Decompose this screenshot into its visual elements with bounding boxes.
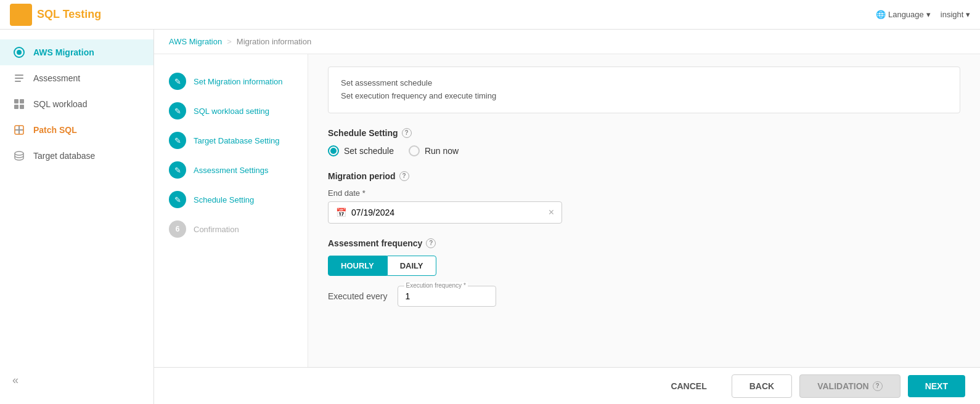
sidebar-item-target-database[interactable]: Target database (0, 143, 153, 169)
svg-rect-5 (15, 75, 23, 76)
footer: CANCEL BACK VALIDATION ? NEXT (154, 367, 980, 404)
info-line2: Set execution frequency and execute timi… (341, 90, 947, 103)
step-icon-5: ✎ (169, 191, 186, 208)
sidebar-item-label: Assessment (33, 73, 80, 83)
execution-frequency-field-name: Execution frequency * (404, 282, 468, 289)
step-label-1: Set Migration information (194, 77, 283, 86)
language-label: Language (888, 10, 924, 19)
sidebar-item-label: AWS Migration (33, 47, 94, 57)
sidebar-item-assessment[interactable]: Assessment (0, 65, 153, 91)
svg-rect-6 (15, 78, 23, 79)
step-icon-1: ✎ (169, 73, 186, 90)
executed-every-label: Executed every (328, 291, 388, 301)
sidebar-collapse-button[interactable]: « (0, 366, 153, 394)
cancel-button[interactable]: CANCEL (653, 375, 724, 397)
step-label-3: Target Database Setting (194, 136, 279, 145)
clear-date-button[interactable]: × (549, 207, 554, 218)
end-date-input-wrap: 📅 × (328, 201, 562, 224)
step-item-5[interactable]: ✎ Schedule Setting (154, 185, 308, 214)
step-icon-3: ✎ (169, 132, 186, 149)
collapse-icon: « (12, 374, 18, 386)
end-date-label: End date * (328, 188, 960, 198)
migration-period-title: Migration period ? (328, 171, 960, 181)
execution-frequency-wrap: Execution frequency * (398, 286, 496, 307)
app-logo (10, 4, 32, 26)
execution-frequency-input[interactable] (406, 291, 488, 301)
migration-period-section: Migration period ? End date * 📅 × (328, 171, 960, 224)
svg-point-4 (17, 50, 22, 55)
content-area: ✎ Set Migration information ✎ SQL worklo… (154, 54, 980, 367)
patch-sql-icon (12, 123, 26, 137)
svg-rect-0 (14, 7, 20, 14)
step-icon-4: ✎ (169, 161, 186, 179)
header-right: 🌐 Language ▾ insight ▾ (876, 10, 970, 19)
radio-set-schedule[interactable]: Set schedule (328, 145, 394, 156)
schedule-radio-group: Set schedule Run now (328, 145, 960, 156)
step-label-6: Confirmation (194, 225, 239, 234)
freq-tab-daily[interactable]: DAILY (387, 256, 436, 276)
step-item-6[interactable]: 6 Confirmation (154, 214, 308, 244)
radio-run-now-label: Run now (425, 146, 459, 156)
app-title: SQL Testing (37, 8, 101, 21)
assessment-icon (12, 71, 26, 85)
info-box: Set assessment schedule Set execution fr… (328, 67, 960, 113)
radio-set-schedule-label: Set schedule (344, 146, 394, 156)
assessment-frequency-section: Assessment frequency ? HOURLY DAILY Exec… (328, 238, 960, 307)
chevron-down-icon: ▾ (966, 10, 970, 19)
main-layout: AWS Migration Assessment SQ (0, 0, 980, 404)
sidebar-item-patch-sql[interactable]: Patch SQL (0, 117, 153, 143)
svg-rect-1 (22, 7, 28, 14)
step-item-3[interactable]: ✎ Target Database Setting (154, 126, 308, 155)
breadcrumb-separator: > (227, 37, 232, 46)
radio-set-schedule-circle (328, 145, 339, 156)
step-item-4[interactable]: ✎ Assessment Settings (154, 155, 308, 185)
radio-run-now[interactable]: Run now (409, 145, 459, 156)
steps-panel: ✎ Set Migration information ✎ SQL worklo… (154, 54, 308, 367)
step-icon-6: 6 (169, 220, 186, 238)
app-header: SQL Testing 🌐 Language ▾ insight ▾ (0, 0, 980, 30)
sidebar-item-label: SQL workload (33, 99, 87, 109)
svg-rect-10 (14, 105, 18, 109)
target-database-icon (12, 149, 26, 163)
form-panel: Set assessment schedule Set execution fr… (308, 54, 980, 367)
step-item-1[interactable]: ✎ Set Migration information (154, 67, 308, 96)
migration-period-help-icon[interactable]: ? (399, 171, 409, 181)
breadcrumb-current: Migration information (237, 37, 311, 46)
step-label-4: Assessment Settings (194, 166, 268, 175)
validation-help-icon: ? (873, 381, 883, 391)
step-label-5: Schedule Setting (194, 195, 254, 204)
sidebar: AWS Migration Assessment SQ (0, 30, 154, 404)
freq-tab-hourly[interactable]: HOURLY (328, 256, 387, 276)
schedule-setting-section: Schedule Setting ? Set schedule Run now (328, 128, 960, 156)
step-icon-2: ✎ (169, 102, 186, 119)
info-line1: Set assessment schedule (341, 77, 947, 90)
end-date-input[interactable] (351, 208, 544, 217)
sidebar-item-aws-migration[interactable]: AWS Migration (0, 39, 153, 65)
svg-rect-9 (20, 99, 24, 103)
calendar-icon: 📅 (336, 208, 346, 217)
sql-workload-icon (12, 97, 26, 111)
validation-label: VALIDATION (817, 381, 868, 391)
back-button[interactable]: BACK (732, 374, 792, 398)
language-button[interactable]: 🌐 Language ▾ (876, 10, 931, 19)
svg-rect-7 (15, 81, 21, 82)
step-item-2[interactable]: ✎ SQL workload setting (154, 96, 308, 126)
insight-button[interactable]: insight ▾ (941, 10, 970, 19)
sidebar-item-sql-workload[interactable]: SQL workload (0, 91, 153, 117)
migration-period-label: Migration period (328, 171, 396, 181)
step-label-2: SQL workload setting (194, 107, 269, 116)
validation-button[interactable]: VALIDATION ? (799, 374, 900, 398)
frequency-tabs: HOURLY DAILY (328, 256, 960, 276)
chevron-down-icon: ▾ (926, 10, 931, 19)
assessment-frequency-help-icon[interactable]: ? (426, 238, 436, 248)
assessment-frequency-label: Assessment frequency (328, 238, 422, 248)
svg-rect-2 (14, 15, 20, 22)
breadcrumb-link[interactable]: AWS Migration (169, 37, 222, 46)
insight-label: insight (941, 10, 964, 19)
svg-rect-8 (14, 99, 18, 103)
schedule-setting-title: Schedule Setting ? (328, 128, 960, 138)
next-button[interactable]: NEXT (908, 375, 965, 397)
schedule-setting-help-icon[interactable]: ? (402, 128, 412, 138)
radio-run-now-circle (409, 145, 420, 156)
header-left: SQL Testing (10, 4, 101, 26)
